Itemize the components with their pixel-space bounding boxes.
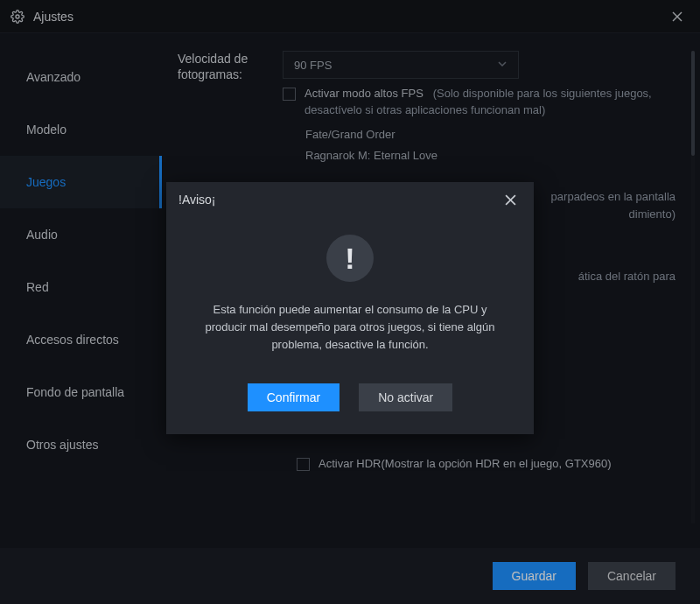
modal-header: !Aviso¡ (166, 182, 534, 217)
modal-backdrop: !Aviso¡ ! Esta función puede aumentar el… (0, 0, 700, 604)
modal-footer: Confirmar No activar (166, 362, 534, 434)
modal-title: !Aviso¡ (178, 193, 499, 207)
modal-close-button[interactable] (499, 188, 522, 211)
exclamation-icon: ! (326, 235, 374, 282)
modal-message: Esta función puede aumentar el consumo d… (192, 301, 508, 354)
noactivate-button[interactable]: No activar (359, 383, 452, 411)
settings-window: Ajustes Avanzado Modelo Juegos Audio Red… (0, 0, 700, 604)
confirm-button[interactable]: Confirmar (248, 383, 340, 411)
warning-modal: !Aviso¡ ! Esta función puede aumentar el… (166, 182, 534, 434)
